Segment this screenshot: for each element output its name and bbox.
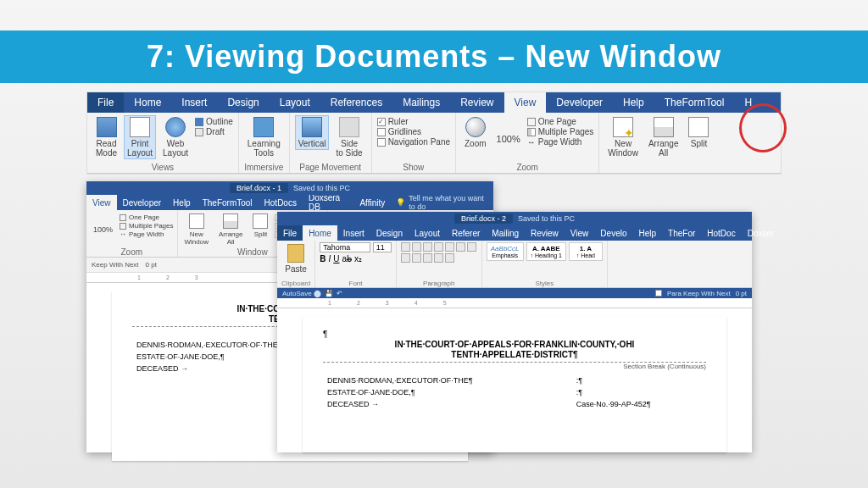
win2-tab-developer[interactable]: Develo [594, 225, 632, 241]
win1-page-width[interactable]: ↔Page Width [120, 230, 173, 238]
page-width-button[interactable]: ↔Page Width [527, 137, 594, 147]
autosave-toggle[interactable]: AutoSave ⬤ [282, 290, 321, 297]
underline-button[interactable]: U [333, 254, 339, 263]
outline-button[interactable]: Outline [195, 117, 233, 126]
align-center-button[interactable] [401, 253, 410, 263]
tab-view[interactable]: View [504, 92, 547, 113]
style-emphasis[interactable]: AaBbCcLEmphasis [487, 242, 524, 261]
style-heading1[interactable]: A. AABE↑ Heading 1 [526, 242, 566, 261]
font-name-select[interactable]: Tahoma [320, 242, 370, 252]
numbering-button[interactable] [412, 242, 421, 252]
tab-help[interactable]: Help [613, 92, 654, 113]
win1-tab-affinity[interactable]: Affinity [353, 195, 391, 210]
borders-button[interactable] [445, 253, 454, 263]
arrange-all-button[interactable]: Arrange All [645, 115, 682, 159]
win2-tab-help[interactable]: Help [632, 225, 662, 241]
window-2-doc-name: Brief.docx - 2 [454, 214, 513, 224]
win2-tab-mailings[interactable]: Mailing [486, 225, 525, 241]
multi-pages-button[interactable]: Multiple Pages [527, 127, 594, 136]
print-layout-button[interactable]: Print Layout [124, 115, 156, 159]
vertical-button[interactable]: Vertical [295, 115, 330, 150]
win2-tab-insert[interactable]: Insert [337, 225, 370, 241]
views-small-list: Outline Draft [195, 115, 233, 136]
tab-insert[interactable]: Insert [171, 92, 217, 113]
lightbulb-icon: 💡 [396, 198, 405, 207]
tab-theformtool[interactable]: TheFormTool [654, 92, 735, 113]
tab-design[interactable]: Design [217, 92, 269, 113]
tab-more[interactable]: H [734, 92, 762, 113]
tab-references[interactable]: References [320, 92, 392, 113]
group-window: ✦New Window Arrange All Split [599, 113, 717, 173]
draft-button[interactable]: Draft [195, 127, 233, 136]
win1-zoom-pct[interactable]: 100% [90, 225, 116, 234]
new-window-button[interactable]: ✦New Window [604, 115, 642, 159]
win2-tab-home[interactable]: Home [303, 225, 337, 241]
indent-inc-button[interactable] [445, 242, 454, 252]
tab-review[interactable]: Review [450, 92, 504, 113]
tab-file[interactable]: File [87, 92, 124, 113]
indent-dec-button[interactable] [434, 242, 443, 252]
font-size-select[interactable]: 11 [373, 242, 392, 252]
win1-tab-help[interactable]: Help [167, 195, 197, 210]
style-heading2[interactable]: 1. A↑ Head [569, 242, 603, 261]
bullets-button[interactable] [401, 242, 410, 252]
web-layout-button[interactable]: Web Layout [159, 115, 192, 159]
undo-icon[interactable]: ↶ [337, 290, 342, 297]
align-left-button[interactable] [467, 242, 476, 252]
win2-tab-view[interactable]: View [565, 225, 595, 241]
tell-me-search[interactable]: 💡Tell me what you want to do [391, 195, 493, 210]
win1-tab-view[interactable]: View [86, 195, 117, 210]
multi-pages-icon [527, 128, 536, 136]
win1-tab-doxsera[interactable]: Doxserá DB [303, 195, 354, 210]
tab-developer[interactable]: Developer [546, 92, 613, 113]
split-button[interactable]: Split [685, 115, 712, 150]
win1-tab-theformtool[interactable]: TheFormTool [197, 195, 259, 210]
paste-button[interactable]: Paste [281, 242, 310, 275]
zoom-button[interactable]: Zoom [461, 115, 490, 150]
zoom-100-button[interactable]: 100% [493, 134, 524, 144]
win1-tab-developer[interactable]: Developer [117, 195, 168, 210]
win1-multi-pages[interactable]: Multiple Pages [120, 222, 173, 230]
keep-with-next-label: Para Keep With Next [667, 290, 731, 297]
one-page-button[interactable]: One Page [527, 117, 594, 126]
tab-mailings[interactable]: Mailings [392, 92, 450, 113]
win1-one-page[interactable]: One Page [120, 214, 173, 221]
strike-button[interactable]: ab̶ [342, 254, 353, 263]
win2-tab-layout[interactable]: Layout [409, 225, 446, 241]
bold-button[interactable]: B [320, 254, 326, 263]
win2-tab-references[interactable]: Referer [446, 225, 486, 241]
align-right-button[interactable] [412, 253, 421, 263]
save-icon[interactable]: 💾 [325, 290, 333, 297]
keep-with-next-checkbox[interactable] [655, 290, 662, 297]
win1-split-button[interactable]: Split [249, 212, 271, 240]
page-width-icon: ↔ [120, 230, 126, 238]
side-to-side-button[interactable]: Side to Side [332, 115, 365, 159]
win1-tab-hotdocs[interactable]: HotDocs [259, 195, 303, 210]
italic-button[interactable]: I [328, 254, 331, 263]
win2-tab-design[interactable]: Design [370, 225, 409, 241]
win2-tab-review[interactable]: Review [525, 225, 565, 241]
tab-layout[interactable]: Layout [270, 92, 320, 113]
tab-home[interactable]: Home [124, 92, 171, 113]
win2-tab-doxsera[interactable]: Doxser [742, 225, 781, 241]
ruler-checkbox[interactable]: ✓Ruler [377, 117, 450, 126]
sub-super-button[interactable]: x₂ [354, 254, 362, 263]
win2-tab-hotdocs[interactable]: HotDoc [701, 225, 741, 241]
read-mode-button[interactable]: Read Mode [92, 115, 120, 159]
views-group-label: Views [92, 163, 233, 172]
window-2-tabs: File Home Insert Design Layout Referer M… [277, 225, 752, 241]
win1-arrange-all-button[interactable]: Arrange All [215, 212, 246, 247]
sort-button[interactable] [456, 242, 465, 252]
win2-tab-file[interactable]: File [277, 225, 303, 241]
win1-new-window-button[interactable]: New Window [181, 212, 212, 247]
nav-pane-checkbox[interactable]: Navigation Pane [377, 137, 450, 147]
multilevel-button[interactable] [423, 242, 432, 252]
gridlines-checkbox[interactable]: Gridlines [377, 127, 450, 136]
doc2-parties-table: DENNIS·RODMAN,·EXECUTOR·OF·THE¶:¶ ESTATE… [323, 374, 706, 411]
win2-tab-theformtool[interactable]: TheFor [662, 225, 701, 241]
shading-button[interactable] [434, 253, 443, 263]
justify-button[interactable] [423, 253, 432, 263]
win2-ruler[interactable]: 12345 [277, 298, 752, 308]
group-page-movement: Vertical Side to Side Page Movement [290, 113, 372, 173]
learning-tools-button[interactable]: Learning Tools [244, 115, 284, 159]
